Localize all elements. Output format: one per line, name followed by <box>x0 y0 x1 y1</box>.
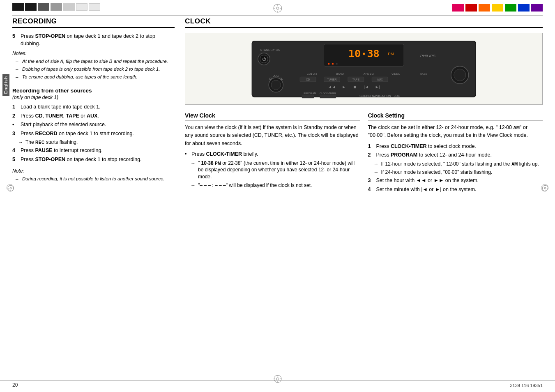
recording-section: RECORDING 5 Press STOP•OPEN on tape deck… <box>12 17 175 380</box>
clock-step-3: 3 Set the hour with ◄◄ or ►► on the syst… <box>368 177 543 184</box>
color-block-green <box>505 4 516 12</box>
svg-text:⏹: ⏹ <box>353 84 357 89</box>
note-item-3: – To ensure good dubbing, use tapes of t… <box>12 74 175 80</box>
svg-text:BAND: BAND <box>336 72 344 75</box>
notes-label: Notes: <box>12 51 175 56</box>
product-number: 3139 116 19351 <box>510 383 543 388</box>
color-block-orange <box>479 4 490 12</box>
stereo-svg: 10·38 PM STANDBY ON ⏻ JOG CONTROL CD1·2·… <box>194 37 534 101</box>
svg-point-32 <box>271 80 281 90</box>
clock-arrow-24h: → If 24-hour mode is selected, "00·00" s… <box>368 169 543 176</box>
svg-point-7 <box>10 187 12 189</box>
svg-point-1 <box>276 7 279 9</box>
step-bullet-1: • Start playback of the selected source. <box>12 121 175 129</box>
svg-text:⏻: ⏻ <box>262 57 266 61</box>
svg-text:PM: PM <box>388 51 394 55</box>
recording-title: RECORDING <box>12 17 175 28</box>
recording-other-sources-sub: (only on tape deck 1) <box>12 95 175 100</box>
step-5-pre: 5 Press STOP•OPEN on tape deck 1 and tap… <box>12 33 175 47</box>
svg-text:STANDBY ON: STANDBY ON <box>260 48 281 52</box>
clock-section: CLOCK 10·38 PM STANDBY ON <box>185 17 543 380</box>
page-number: 20 <box>12 382 18 388</box>
view-clock-para1: You can view the clock (if it is set) if… <box>185 124 360 148</box>
clock-step-1: 1 Press CLOCK•TIMER to select clock mode… <box>368 143 543 150</box>
svg-text:|◄: |◄ <box>364 84 368 89</box>
view-clock-section: View Clock You can view the clock (if it… <box>185 112 360 195</box>
color-blocks-left <box>12 3 100 11</box>
svg-text:►|: ►| <box>375 84 380 89</box>
stereo-image: 10·38 PM STANDBY ON ⏻ JOG CONTROL CD1·2·… <box>185 33 543 105</box>
top-rule <box>12 16 543 16</box>
svg-point-12 <box>542 185 548 191</box>
color-block <box>12 3 24 11</box>
svg-rect-56 <box>302 95 314 98</box>
svg-text:TUNER: TUNER <box>327 78 337 81</box>
clock-setting-header: Clock Setting <box>368 112 543 120</box>
clock-arrow-2: → "– – – : – – –" will be displayed if t… <box>185 182 360 189</box>
step-1: 1 Load a blank tape into tape deck 1. <box>12 104 175 111</box>
clock-arrow-12h: → If 12-hour mode is selected, " 12·00" … <box>368 161 543 168</box>
svg-text:TAPE: TAPE <box>352 78 359 81</box>
top-bar <box>0 0 555 16</box>
color-block <box>25 3 37 11</box>
vertical-divider <box>183 17 183 380</box>
clock-arrow-1: → " 10·38 PM or 22·38" (the current time… <box>185 160 360 180</box>
svg-text:►: ► <box>342 84 346 89</box>
color-block-blue <box>518 4 530 12</box>
color-block <box>89 3 100 11</box>
step-2: 2 Press CD, TUNER, TAPE or AUX. <box>12 113 175 120</box>
step-3: 3 Press RECORD on tape deck 1 to start r… <box>12 130 175 138</box>
svg-text:VIDEO: VIDEO <box>391 72 400 75</box>
page-content: RECORDING 5 Press STOP•OPEN on tape deck… <box>12 17 543 380</box>
color-block <box>76 3 88 11</box>
color-block-yellow <box>492 4 503 12</box>
compass-icon <box>273 3 283 14</box>
svg-text:SOUND NAVIGATION · JOG: SOUND NAVIGATION · JOG <box>359 94 400 98</box>
clock-sections: View Clock You can view the clock (if it… <box>185 112 543 195</box>
svg-rect-23 <box>332 63 334 65</box>
language-label: English <box>2 74 9 96</box>
recording-other-sources-title: Recording from other sources <box>12 88 175 94</box>
clock-title: CLOCK <box>185 17 543 28</box>
step-content: Press STOP•OPEN on tape deck 1 and tape … <box>21 33 175 47</box>
bottom-compass-icon <box>273 374 282 385</box>
svg-rect-24 <box>336 63 337 65</box>
arrow-note-rec: → The REC starts flashing. <box>12 139 175 146</box>
svg-text:PROGRAM: PROGRAM <box>304 92 316 95</box>
color-blocks-right <box>452 4 543 12</box>
note-item-2: – Dubbing of tapes is only possible from… <box>12 66 175 72</box>
svg-point-13 <box>544 187 546 189</box>
step-4: 4 Press PAUSE to interrupt recording. <box>12 147 175 154</box>
note-item-4: – During recording, it is not possible t… <box>12 175 175 182</box>
svg-text:◄◄: ◄◄ <box>328 84 336 89</box>
svg-rect-22 <box>328 63 329 65</box>
clock-setting-section: Clock Setting The clock can be set in ei… <box>368 112 543 195</box>
svg-point-53 <box>454 69 465 81</box>
svg-text:CLOCK-TIMER: CLOCK-TIMER <box>320 92 336 95</box>
svg-text:PHILIPS: PHILIPS <box>420 53 436 58</box>
svg-text:AUX: AUX <box>377 78 382 81</box>
clock-step-2: 2 Press PROGRAM to select 12- and 24-hou… <box>368 152 543 159</box>
color-block <box>38 3 49 11</box>
svg-point-61 <box>276 378 279 380</box>
color-block-purple <box>531 4 543 12</box>
note-item-1: – At the end of side A, flip the tapes t… <box>12 58 175 65</box>
note-label-2: Note: <box>12 168 175 174</box>
view-clock-header: View Clock <box>185 112 360 120</box>
color-block-magenta <box>452 4 464 12</box>
clock-step-4: 4 Set the minute with |◄ or ►| on the sy… <box>368 186 543 194</box>
step-num: 5 <box>12 33 18 47</box>
svg-text:CD: CD <box>306 78 310 81</box>
svg-text:10·38: 10·38 <box>348 47 379 59</box>
color-block-red <box>465 4 477 12</box>
svg-text:kASS: kASS <box>420 72 427 75</box>
color-block <box>63 3 75 11</box>
svg-rect-57 <box>320 95 336 98</box>
color-block <box>51 3 62 11</box>
svg-text:TAPE 1·2: TAPE 1·2 <box>362 72 374 75</box>
svg-text:CD1·2·3: CD1·2·3 <box>307 72 317 75</box>
step-5: 5 Press STOP•OPEN on tape deck 1 to stop… <box>12 156 175 164</box>
clock-timer-bullet: • Press CLOCK•TIMER briefly. <box>185 151 360 158</box>
clock-setting-para1: The clock can be set in either 12- or 24… <box>368 124 543 140</box>
